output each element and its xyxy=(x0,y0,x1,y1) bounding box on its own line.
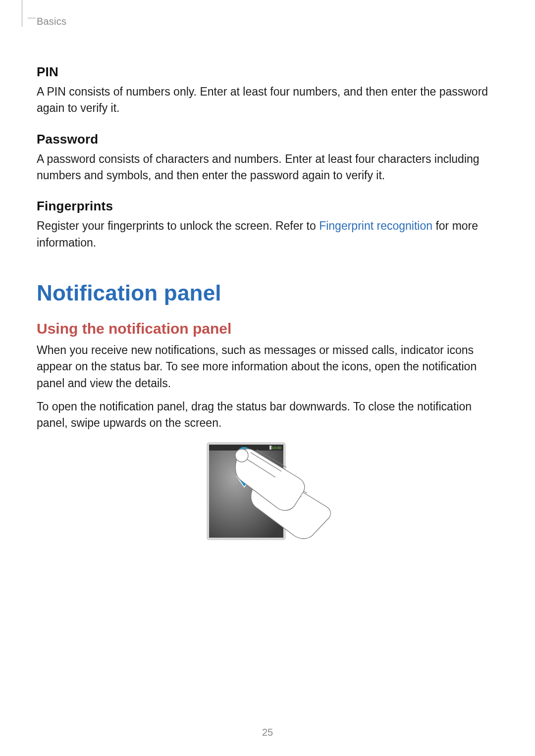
figure-swipe-down: 10:00 xyxy=(197,442,338,541)
svg-point-9 xyxy=(235,449,248,462)
heading-pin: PIN xyxy=(37,64,498,80)
paragraph-1: When you receive new notifications, such… xyxy=(37,342,498,392)
body-pin: A PIN consists of numbers only. Enter at… xyxy=(37,84,498,117)
link-fingerprint-recognition[interactable]: Fingerprint recognition xyxy=(319,219,432,232)
swipe-down-illustration-icon: 10:00 xyxy=(197,442,338,541)
page-content: PIN A PIN consists of numbers only. Ente… xyxy=(37,50,498,541)
heading-fingerprints: Fingerprints xyxy=(37,199,498,214)
header-rule xyxy=(22,0,22,27)
header-tick xyxy=(28,18,36,18)
breadcrumb: Basics xyxy=(37,16,66,27)
status-time-label: 10:00 xyxy=(271,446,282,450)
fingerprints-text-pre: Register your fingerprints to unlock the… xyxy=(37,219,319,232)
body-password: A password consists of characters and nu… xyxy=(37,151,498,184)
page-title: Notification panel xyxy=(37,281,498,305)
subheading: Using the notification panel xyxy=(37,320,498,337)
paragraph-2: To open the notification panel, drag the… xyxy=(37,399,498,432)
heading-password: Password xyxy=(37,132,498,147)
body-fingerprints: Register your fingerprints to unlock the… xyxy=(37,218,498,251)
page-number: 25 xyxy=(0,727,535,738)
